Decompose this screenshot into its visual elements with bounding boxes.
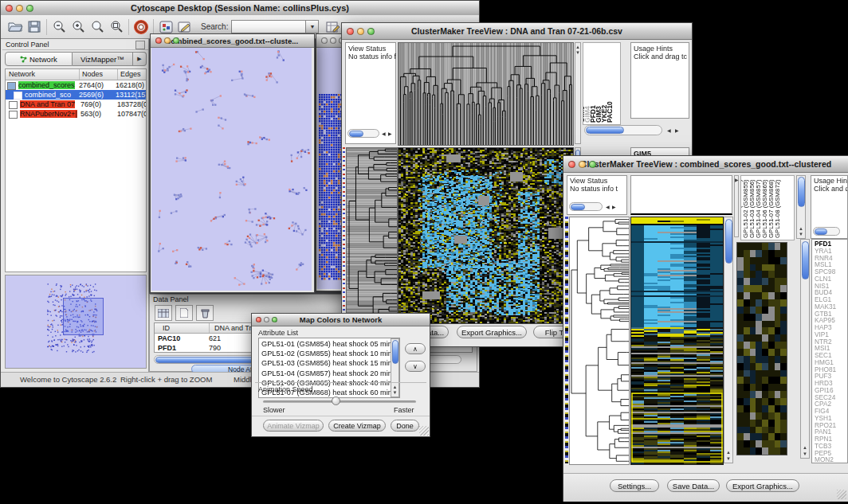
attribute-select-icon[interactable] — [155, 305, 172, 321]
search-dropdown-icon[interactable]: ▼ — [306, 20, 319, 33]
settings-button[interactable]: Settings... — [610, 479, 659, 492]
tv2-collabel-vscroll-thumb[interactable] — [798, 177, 805, 207]
attribute-list-vscroll-thumb[interactable] — [392, 340, 398, 364]
col-network[interactable]: Network — [6, 69, 80, 80]
birdseye-canvas[interactable] — [6, 275, 146, 368]
tv2-status-slider-thumb[interactable] — [571, 204, 585, 210]
network-row[interactable]: DNA and Tran 07769(0)183728(0) — [6, 100, 146, 109]
zoom-selected-icon[interactable] — [88, 18, 107, 36]
attribute-list-item[interactable]: GPL51-03 (GSM856) heat shock 15 min — [259, 358, 391, 368]
export-graphics-button[interactable]: Export Graphics... — [457, 326, 527, 338]
tv1-row-dendrogram[interactable] — [346, 147, 398, 324]
export-graphics-button[interactable]: Export Graphics... — [726, 479, 799, 492]
zoom-window-icon[interactable] — [272, 317, 277, 322]
tv1-status-slider-thumb[interactable] — [349, 131, 363, 137]
attribute-list-item[interactable]: GPL51-04 (GSM857) heat shock 20 min — [259, 369, 391, 378]
done-button[interactable]: Done — [391, 420, 419, 432]
save-icon[interactable] — [25, 18, 44, 36]
save-data-button[interactable]: Save Data... — [667, 479, 720, 492]
slider-right-icon[interactable]: ▶ — [675, 127, 679, 133]
birdseye-view[interactable] — [5, 275, 147, 369]
close-icon[interactable] — [568, 161, 575, 168]
tv2-heatmap-vscrollbar[interactable]: ▲▼ — [724, 217, 733, 463]
close-icon[interactable] — [347, 28, 354, 35]
col-edges[interactable]: Edges — [118, 69, 146, 80]
tv2-top-strip[interactable]: ▶ — [734, 175, 739, 237]
zoom-window-icon[interactable] — [589, 161, 596, 168]
tv1-top-strip[interactable]: ▲▼ — [575, 42, 581, 144]
slider-right-icon[interactable]: ▶ — [388, 131, 392, 136]
tv2-status-slider[interactable] — [569, 202, 603, 211]
minimize-icon[interactable] — [164, 37, 171, 44]
tv2-column-tree-area[interactable] — [630, 175, 732, 215]
create-vizmap-button[interactable]: Create Vizmap — [328, 420, 386, 432]
tv2-hints-slider-thumb[interactable] — [815, 229, 827, 235]
close-icon[interactable] — [6, 5, 13, 12]
col-nodes[interactable]: Nodes — [80, 69, 118, 80]
tv2-genelist-vscroll-thumb[interactable] — [802, 241, 809, 279]
tab-overflow-icon[interactable]: ▶ — [133, 52, 147, 66]
zoom-window-icon[interactable] — [26, 5, 33, 12]
tab-vizmapper-label: VizMapper™ — [80, 55, 124, 64]
network-table-header[interactable]: Network Nodes Edges — [6, 69, 146, 80]
tv1-column-dendrogram[interactable] — [398, 42, 574, 146]
tv2-gene-list-panel: PFD1YRA1RNR4MSL1SPC98CLN1NIS1BUD4ELG1MAK… — [811, 239, 848, 463]
attribute-list-vscrollbar[interactable]: ▲▼ — [391, 338, 399, 397]
attribute-list-item[interactable]: GPL51-01 (GSM854) heat shock 05 min — [259, 339, 391, 349]
open-file-icon[interactable] — [6, 18, 25, 36]
slider-right-icon[interactable]: ▶ — [612, 204, 616, 209]
resize-grip[interactable] — [837, 490, 846, 499]
attribute-list-item[interactable]: GPL51-02 (GSM855) heat shock 10 min — [259, 349, 391, 358]
close-icon[interactable] — [256, 317, 261, 322]
close-icon[interactable] — [321, 37, 328, 44]
zoom-window-icon[interactable] — [367, 28, 375, 35]
tv1-column-label[interactable]: PAC10 — [606, 101, 614, 123]
tv2-heatmap-vscroll-thumb[interactable] — [725, 219, 732, 264]
new-attribute-icon[interactable] — [175, 305, 193, 321]
tv2-zoom-heatmap[interactable] — [736, 242, 787, 455]
tv2-row-dendrogram[interactable] — [569, 217, 630, 465]
network-row[interactable]: combined_sco2569(6)13112(15) — [6, 90, 146, 100]
tab-vizmapper[interactable]: VizMapper™ — [73, 52, 133, 66]
tv2-hints-slider[interactable] — [813, 227, 840, 236]
faster-label: Faster — [394, 406, 414, 414]
float-panel-icon[interactable] — [135, 41, 145, 49]
tv2-column-label[interactable]: GPL51-08 (GSM872) — [774, 179, 781, 238]
minimize-icon[interactable] — [579, 161, 586, 168]
slider-left-icon[interactable]: ◀ — [606, 204, 610, 209]
close-icon[interactable] — [155, 37, 162, 44]
minimize-icon[interactable] — [264, 317, 269, 322]
network-row[interactable]: combined_scores2764(0)16218(0) — [6, 80, 146, 90]
minimize-icon[interactable] — [330, 37, 336, 44]
animate-vizmap-button[interactable]: Animate Vizmap — [263, 420, 324, 432]
resize-grip[interactable] — [419, 426, 429, 436]
slider-left-icon[interactable]: ◀ — [667, 127, 671, 133]
network-row[interactable]: RNAPuberNov2+|563(0)107847(0) — [6, 109, 146, 119]
search-input[interactable] — [231, 20, 306, 33]
help-lifebuoy-icon[interactable] — [132, 18, 151, 36]
slider-left-icon[interactable]: ◀ — [382, 131, 386, 136]
tv2-gene-label[interactable]: MON2 — [815, 456, 847, 463]
tv1-status-slider[interactable] — [347, 129, 379, 138]
tv1-global-hscroll[interactable] — [584, 125, 662, 135]
tv2-genelist-vscrollbar[interactable]: ▲▼ — [800, 239, 810, 459]
tv1-global-hscroll-thumb[interactable] — [586, 127, 624, 134]
zoom-fit-icon[interactable] — [107, 18, 126, 36]
zoom-window-icon[interactable] — [173, 37, 179, 44]
main-titlebar[interactable]: Cytoscape Desktop (Session Name: collins… — [1, 1, 479, 16]
control-panel: Control Panel Network VizMapper™ ▶ Netwo… — [2, 39, 149, 372]
delete-attribute-icon[interactable] — [196, 305, 214, 321]
move-down-button[interactable]: ∨ — [405, 361, 426, 372]
network-canvas[interactable] — [151, 48, 312, 291]
tv2-collabel-vscrollbar[interactable]: ▲▼ — [796, 175, 806, 239]
tab-network[interactable]: Network — [5, 52, 73, 66]
animation-speed-thumb[interactable] — [332, 397, 340, 405]
move-up-button[interactable]: ∧ — [405, 343, 426, 354]
minimize-icon[interactable] — [16, 5, 23, 12]
zoom-in-icon[interactable] — [69, 18, 88, 36]
minimize-icon[interactable] — [357, 28, 364, 35]
zoom-out-icon[interactable] — [49, 18, 69, 36]
tv2-heatmap[interactable] — [630, 217, 724, 465]
tv1-heatmap[interactable] — [398, 147, 574, 324]
attr-col-id[interactable]: ID — [155, 323, 210, 333]
